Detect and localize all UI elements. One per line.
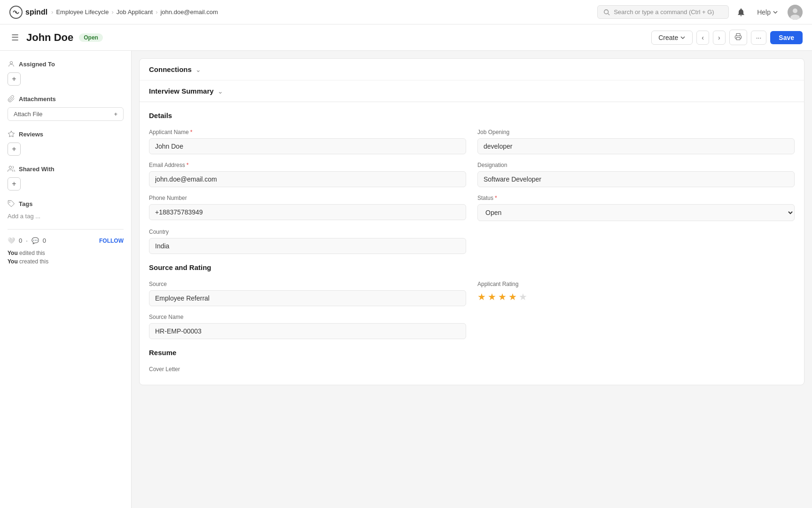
source-label: Source	[149, 281, 466, 287]
assigned-to-title: Assigned To	[8, 60, 124, 68]
applicant-name-input[interactable]	[149, 138, 466, 154]
notification-button[interactable]	[734, 6, 748, 19]
connections-section-header[interactable]: Connections ⌄	[140, 59, 804, 80]
create-chevron-icon	[680, 35, 686, 40]
job-opening-field: Job Opening	[477, 129, 795, 154]
applicant-name-label: Applicant Name *	[149, 129, 466, 135]
star-4[interactable]: ★	[508, 291, 517, 302]
search-placeholder: Search or type a command (Ctrl + G)	[614, 8, 714, 16]
attach-plus-icon: +	[114, 111, 117, 118]
add-review-button[interactable]: +	[8, 143, 21, 156]
designation-label: Designation	[477, 162, 795, 168]
star-1[interactable]: ★	[477, 291, 486, 302]
status-required: *	[495, 195, 497, 201]
svg-point-2	[604, 9, 609, 14]
attach-file-button[interactable]: Attach File +	[8, 107, 124, 121]
job-opening-input[interactable]	[477, 138, 795, 154]
attachments-label: Attachments	[19, 95, 56, 103]
created-text: You created this	[8, 258, 124, 265]
source-field: Source	[149, 281, 466, 306]
svg-point-1	[15, 11, 17, 13]
star-sidebar-icon	[8, 130, 15, 138]
reactions-bar: 🤍 0 · 💬 0 FOLLOW	[8, 237, 124, 244]
add-tag-text[interactable]: Add a tag ...	[8, 213, 40, 220]
reviews-label: Reviews	[19, 131, 43, 138]
designation-input[interactable]	[477, 171, 795, 187]
resume-title: Resume	[149, 349, 795, 357]
phone-input[interactable]	[149, 204, 466, 220]
hamburger-button[interactable]: ☰	[9, 31, 21, 45]
help-label: Help	[757, 8, 771, 16]
country-label: Country	[149, 229, 466, 235]
breadcrumb-employee-lifecycle[interactable]: Employee Lifecycle	[56, 8, 109, 16]
star-5[interactable]: ★	[519, 291, 527, 302]
comment-icon: 💬	[31, 237, 39, 244]
rating-label: Applicant Rating	[477, 281, 795, 287]
add-shared-button[interactable]: +	[8, 177, 21, 190]
create-label: Create	[658, 34, 678, 41]
content-card: Connections ⌄ Interview Summary ⌄ Detail…	[139, 58, 804, 385]
person-icon	[8, 60, 15, 68]
print-button[interactable]	[729, 30, 747, 45]
source-name-label: Source Name	[149, 314, 466, 320]
source-rating-section: Source and Rating Source Applicant Ratin…	[140, 263, 804, 349]
source-grid: Source Applicant Rating ★ ★ ★ ★ ★	[149, 281, 795, 339]
phone-field: Phone Number	[149, 195, 466, 221]
tags-label: Tags	[19, 200, 32, 207]
page-header-right: Create ‹ › ··· Save	[651, 30, 803, 45]
required-indicator: *	[190, 129, 193, 135]
divider	[8, 229, 124, 230]
country-input[interactable]	[149, 238, 466, 254]
page-header: ☰ John Doe Open Create ‹ › ··· Save	[0, 24, 812, 51]
status-select[interactable]: Open Closed	[477, 204, 795, 221]
breadcrumb-job-applicant[interactable]: Job Applicant	[117, 8, 153, 16]
avatar[interactable]	[788, 5, 803, 20]
svg-point-5	[793, 8, 797, 13]
help-button[interactable]: Help	[753, 7, 782, 18]
status-field: Status * Open Closed	[477, 195, 795, 221]
shared-with-label: Shared With	[19, 166, 55, 173]
main-content: Connections ⌄ Interview Summary ⌄ Detail…	[132, 51, 812, 508]
star-3[interactable]: ★	[498, 291, 507, 302]
topnav-left: spindl › Employee Lifecycle › Job Applic…	[9, 6, 218, 19]
logo-icon	[9, 6, 23, 19]
sidebar: Assigned To + Attachments Attach File +	[0, 51, 132, 508]
breadcrumb-email[interactable]: john.doe@email.com	[160, 8, 218, 16]
source-name-field: Source Name	[149, 314, 466, 339]
add-assigned-button[interactable]: +	[8, 72, 21, 86]
tags-section: Tags Add a tag ...	[8, 200, 124, 220]
connections-title: Connections	[149, 65, 192, 73]
page-title: John Doe	[26, 32, 73, 44]
svg-marker-8	[8, 131, 14, 137]
source-rating-title: Source and Rating	[149, 263, 795, 271]
resume-section: Resume Cover Letter	[140, 349, 804, 385]
save-button[interactable]: Save	[770, 31, 803, 44]
reviews-section: Reviews +	[8, 130, 124, 156]
details-section: Details Applicant Name * Job Opening	[140, 102, 804, 263]
shared-with-title: Shared With	[8, 165, 124, 173]
cover-letter-label: Cover Letter	[149, 366, 795, 373]
like-icon: 🤍	[8, 237, 15, 244]
search-bar[interactable]: Search or type a command (Ctrl + G)	[597, 5, 729, 19]
breadcrumb: › Employee Lifecycle › Job Applicant › j…	[51, 8, 218, 16]
edited-text: You edited this	[8, 250, 124, 256]
email-input[interactable]	[149, 171, 466, 187]
source-input[interactable]	[149, 290, 466, 306]
star-2[interactable]: ★	[488, 291, 496, 302]
topnav-right: Search or type a command (Ctrl + G) Help	[597, 5, 803, 20]
logo: spindl	[9, 6, 47, 19]
create-button[interactable]: Create	[651, 31, 693, 45]
layout: Assigned To + Attachments Attach File +	[0, 51, 812, 508]
source-name-input[interactable]	[149, 323, 466, 339]
assigned-to-label: Assigned To	[19, 61, 55, 68]
follow-button[interactable]: FOLLOW	[99, 238, 124, 244]
more-button[interactable]: ···	[751, 31, 767, 45]
email-label: Email Address *	[149, 162, 466, 168]
prev-button[interactable]: ‹	[696, 31, 709, 45]
attachments-section: Attachments Attach File +	[8, 95, 124, 121]
logo-text: spindl	[25, 8, 47, 16]
next-button[interactable]: ›	[713, 31, 726, 45]
interview-summary-section-header[interactable]: Interview Summary ⌄	[140, 80, 804, 102]
assigned-to-section: Assigned To +	[8, 60, 124, 86]
dot-sep: ·	[26, 237, 28, 244]
